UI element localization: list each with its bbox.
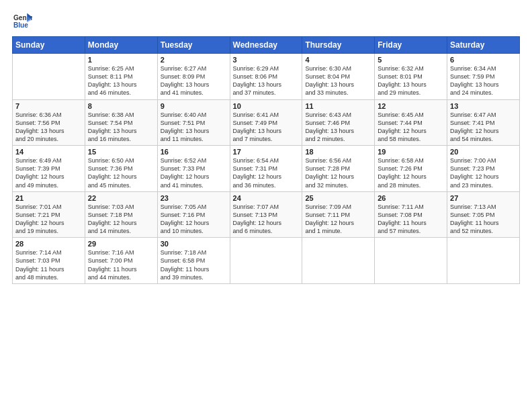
empty-cell <box>13 54 85 100</box>
day-content-26: Sunrise: 7:11 AMSunset: 7:08 PMDaylight:… <box>378 203 444 236</box>
cell-line: Sunrise: 7:07 AM <box>233 203 279 210</box>
day-cell-22: 22Sunrise: 7:03 AMSunset: 7:18 PMDayligh… <box>85 191 157 238</box>
week-row-4: 21Sunrise: 7:01 AMSunset: 7:21 PMDayligh… <box>13 191 520 238</box>
cell-line: and 37 minutes. <box>233 89 276 96</box>
cell-line: Daylight: 12 hours <box>233 220 282 226</box>
empty-cell <box>447 238 520 284</box>
cell-line: Sunrise: 7:18 AM <box>161 249 207 256</box>
day-cell-10: 10Sunrise: 6:41 AMSunset: 7:49 PMDayligh… <box>230 99 302 146</box>
cell-line: Sunset: 7:33 PM <box>161 165 206 172</box>
cell-line: and 41 minutes. <box>161 89 204 96</box>
day-number-28: 28 <box>15 240 82 248</box>
cell-line: Sunrise: 7:05 AM <box>161 203 207 210</box>
day-number-13: 13 <box>450 102 517 110</box>
day-content-29: Sunrise: 7:16 AMSunset: 7:00 PMDaylight:… <box>88 248 154 281</box>
cell-line: Sunrise: 6:29 AM <box>233 65 279 72</box>
day-number-21: 21 <box>15 194 82 202</box>
cell-line: and 23 minutes. <box>450 182 493 189</box>
cell-line: Sunset: 7:31 PM <box>233 165 278 172</box>
cell-line: and 20 minutes. <box>15 136 58 142</box>
cell-line: Sunset: 7:54 PM <box>88 120 133 126</box>
cell-line: Sunset: 7:49 PM <box>233 120 278 126</box>
day-content-9: Sunrise: 6:40 AMSunset: 7:51 PMDaylight:… <box>161 111 227 144</box>
cell-line: Sunset: 7:39 PM <box>15 165 60 172</box>
cell-line: Daylight: 12 hours <box>305 173 354 180</box>
day-number-25: 25 <box>305 194 371 202</box>
day-content-5: Sunrise: 6:32 AMSunset: 8:01 PMDaylight:… <box>378 64 444 97</box>
day-content-16: Sunrise: 6:52 AMSunset: 7:33 PMDaylight:… <box>161 156 227 189</box>
cell-line: Sunrise: 6:32 AM <box>378 65 424 72</box>
cell-line: Daylight: 11 hours <box>161 266 210 273</box>
cell-line: Sunrise: 7:14 AM <box>15 249 62 256</box>
cell-line: and 6 minutes. <box>233 228 273 234</box>
cell-line: Sunset: 7:08 PM <box>378 212 423 218</box>
day-content-30: Sunrise: 7:18 AMSunset: 6:58 PMDaylight:… <box>161 248 227 281</box>
day-content-3: Sunrise: 6:29 AMSunset: 8:06 PMDaylight:… <box>233 64 300 97</box>
day-content-18: Sunrise: 6:56 AMSunset: 7:28 PMDaylight:… <box>305 156 371 189</box>
day-cell-27: 27Sunrise: 7:13 AMSunset: 7:05 PMDayligh… <box>447 191 520 238</box>
cell-line: Sunrise: 6:47 AM <box>450 111 496 118</box>
day-number-24: 24 <box>233 194 300 202</box>
empty-cell <box>302 238 375 284</box>
weekday-header-monday: Monday <box>85 37 157 54</box>
cell-line: Daylight: 11 hours <box>15 266 64 273</box>
page-header: General Blue <box>12 12 520 31</box>
cell-line: Sunrise: 7:00 AM <box>450 157 496 164</box>
week-row-2: 7Sunrise: 6:36 AMSunset: 7:56 PMDaylight… <box>13 99 520 146</box>
cell-line: Sunset: 7:13 PM <box>233 212 278 218</box>
week-row-3: 14Sunrise: 6:49 AMSunset: 7:39 PMDayligh… <box>13 146 520 192</box>
day-content-10: Sunrise: 6:41 AMSunset: 7:49 PMDaylight:… <box>233 111 300 144</box>
cell-line: Sunset: 7:03 PM <box>15 257 60 264</box>
cell-line: Sunrise: 6:54 AM <box>233 157 279 164</box>
cell-line: Daylight: 13 hours <box>88 128 137 134</box>
day-number-19: 19 <box>378 148 444 156</box>
cell-line: and 58 minutes. <box>378 136 420 142</box>
empty-cell <box>230 238 302 284</box>
weekday-header-friday: Friday <box>375 37 447 54</box>
day-number-2: 2 <box>161 56 227 64</box>
cell-line: Daylight: 12 hours <box>233 173 282 180</box>
cell-line: Daylight: 13 hours <box>450 81 499 88</box>
cell-line: and 29 minutes. <box>378 89 420 96</box>
cell-line: Sunset: 7:41 PM <box>450 120 495 126</box>
cell-line: Sunrise: 6:27 AM <box>161 65 207 72</box>
cell-line: and 39 minutes. <box>161 274 204 281</box>
cell-line: Sunset: 7:18 PM <box>88 212 133 218</box>
day-content-13: Sunrise: 6:47 AMSunset: 7:41 PMDaylight:… <box>450 111 517 144</box>
cell-line: Sunrise: 6:25 AM <box>88 65 134 72</box>
day-cell-16: 16Sunrise: 6:52 AMSunset: 7:33 PMDayligh… <box>157 146 230 192</box>
cell-line: Sunrise: 6:36 AM <box>15 111 62 118</box>
cell-line: Sunrise: 7:13 AM <box>450 203 496 210</box>
day-content-14: Sunrise: 6:49 AMSunset: 7:39 PMDaylight:… <box>15 156 82 189</box>
day-number-17: 17 <box>233 148 300 156</box>
day-content-22: Sunrise: 7:03 AMSunset: 7:18 PMDaylight:… <box>88 203 154 236</box>
cell-line: Sunrise: 7:03 AM <box>88 203 134 210</box>
logo: General Blue <box>12 12 35 31</box>
cell-line: Sunrise: 6:40 AM <box>161 111 207 118</box>
cell-line: Sunset: 8:01 PM <box>378 73 423 80</box>
day-content-25: Sunrise: 7:09 AMSunset: 7:11 PMDaylight:… <box>305 203 371 236</box>
day-cell-9: 9Sunrise: 6:40 AMSunset: 7:51 PMDaylight… <box>157 99 230 146</box>
day-content-2: Sunrise: 6:27 AMSunset: 8:09 PMDaylight:… <box>161 64 227 97</box>
cell-line: Daylight: 13 hours <box>305 81 354 88</box>
cell-line: Sunrise: 6:45 AM <box>378 111 424 118</box>
day-number-16: 16 <box>161 148 227 156</box>
cell-line: Sunset: 7:56 PM <box>15 120 60 126</box>
cell-line: Daylight: 12 hours <box>378 173 427 180</box>
cell-line: and 11 minutes. <box>161 136 204 142</box>
cell-line: and 57 minutes. <box>378 228 420 234</box>
week-row-1: 1Sunrise: 6:25 AMSunset: 8:11 PMDaylight… <box>13 54 520 100</box>
cell-line: Sunrise: 6:58 AM <box>378 157 424 164</box>
weekday-header-wednesday: Wednesday <box>230 37 302 54</box>
cell-line: Daylight: 11 hours <box>88 266 137 273</box>
day-cell-18: 18Sunrise: 6:56 AMSunset: 7:28 PMDayligh… <box>302 146 375 192</box>
calendar-table: SundayMondayTuesdayWednesdayThursdayFrid… <box>12 36 520 284</box>
cell-line: Sunset: 7:26 PM <box>378 165 423 172</box>
cell-line: Sunset: 7:21 PM <box>15 212 60 218</box>
day-cell-8: 8Sunrise: 6:38 AMSunset: 7:54 PMDaylight… <box>85 99 157 146</box>
cell-line: Sunset: 7:23 PM <box>450 165 495 172</box>
cell-line: and 54 minutes. <box>450 136 493 142</box>
cell-line: Sunset: 8:06 PM <box>233 73 278 80</box>
cell-line: Daylight: 12 hours <box>161 173 210 180</box>
cell-line: Sunset: 8:04 PM <box>305 73 350 80</box>
